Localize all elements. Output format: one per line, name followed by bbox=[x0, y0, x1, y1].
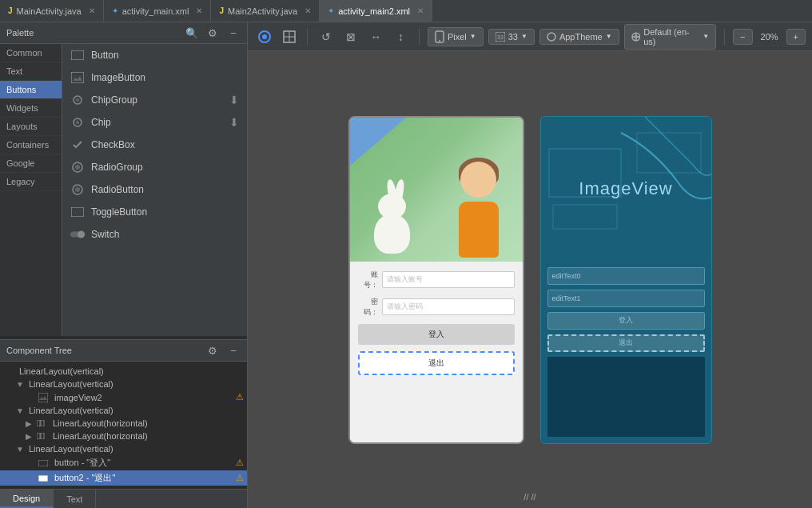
h-align-button[interactable]: ↔ bbox=[366, 26, 386, 47]
palette-search-button[interactable]: 🔍 bbox=[185, 26, 199, 40]
tab-close-icon[interactable]: ✕ bbox=[304, 6, 311, 15]
tree-item-ll-horizontal-2[interactable]: ▶ LinearLayout(horizontal) bbox=[0, 430, 247, 442]
palette-item-toggle-button[interactable]: ToggleButton bbox=[62, 201, 247, 223]
svg-rect-1 bbox=[71, 72, 84, 83]
sidebar-item-containers[interactable]: Containers bbox=[0, 136, 62, 154]
java-icon: J bbox=[219, 6, 224, 15]
tab-text[interactable]: Text bbox=[54, 490, 96, 508]
tab-activity-main2-xml[interactable]: ✦ activity_main2.xml ✕ bbox=[320, 0, 432, 22]
login-button[interactable]: 登入 bbox=[358, 324, 515, 345]
force-refresh-button[interactable]: ↺ bbox=[316, 26, 336, 47]
horizontal-layout-icon bbox=[37, 433, 46, 439]
account-input[interactable]: 请输入账号 bbox=[382, 271, 515, 288]
tree-item-ll-vertical-2[interactable]: ▼ LinearLayout(vertical) bbox=[0, 404, 247, 417]
tree-minimize-button[interactable]: − bbox=[226, 343, 241, 358]
clear-cache-button[interactable]: ⊠ bbox=[340, 26, 360, 47]
girl-illustration bbox=[447, 162, 511, 258]
tree-item-image-view2[interactable]: imageView2 ⚠ bbox=[0, 390, 247, 404]
zoom-out-button[interactable]: − bbox=[733, 29, 752, 45]
locale-label: Default (en-us) bbox=[643, 27, 699, 46]
sidebar-item-text[interactable]: Text bbox=[0, 62, 62, 81]
palette-item-chip-group[interactable]: ChipGroup ⬇ bbox=[62, 89, 247, 111]
download-icon: ⬇ bbox=[229, 94, 239, 106]
sidebar-item-common[interactable]: Common bbox=[0, 44, 62, 62]
image-button-icon bbox=[70, 70, 85, 85]
svg-rect-32 bbox=[553, 205, 617, 229]
horizontal-layout-icon bbox=[37, 420, 46, 426]
palette-item-radio-button[interactable]: RadioButton bbox=[62, 178, 247, 201]
chip-icon bbox=[70, 115, 85, 130]
tree-item-button-login[interactable]: button - "登入" ⚠ bbox=[0, 455, 247, 470]
tab-main-activity-java[interactable]: J MainActivity.java ✕ bbox=[0, 0, 104, 22]
component-tree: Component Tree ⚙ − LinearLayout(vertical… bbox=[0, 339, 247, 489]
zoom-coords: // // bbox=[523, 492, 535, 502]
collapse-icon: ▼ bbox=[16, 445, 24, 454]
toggle-button-icon bbox=[70, 205, 85, 219]
blueprint-mockup: ImageView editText0 editText1 登入 退出 bbox=[540, 116, 712, 444]
sidebar-item-google[interactable]: Google bbox=[0, 154, 62, 173]
svg-rect-33 bbox=[637, 133, 701, 173]
palette-item-image-button[interactable]: ImageButton bbox=[62, 66, 247, 89]
blueprint-view-button[interactable] bbox=[279, 26, 299, 47]
svg-rect-13 bbox=[38, 393, 48, 402]
sidebar-item-buttons[interactable]: Buttons bbox=[0, 81, 62, 99]
device-selector[interactable]: Pixel ▼ bbox=[428, 27, 484, 46]
tab-label: activity_main.xml bbox=[122, 6, 189, 16]
theme-selector[interactable]: AppTheme ▼ bbox=[539, 29, 619, 45]
sidebar-item-layouts[interactable]: Layouts bbox=[0, 118, 62, 136]
tab-activity-main-xml[interactable]: ✦ activity_main.xml ✕ bbox=[104, 0, 212, 22]
palette-item-checkbox[interactable]: CheckBox bbox=[62, 134, 247, 156]
blueprint-login-btn: 登入 bbox=[547, 312, 705, 330]
tree-item-ll-vertical-3[interactable]: ▼ LinearLayout(vertical) bbox=[0, 442, 247, 455]
tree-item-label: LinearLayout(horizontal) bbox=[53, 418, 148, 428]
warning-icon: ⚠ bbox=[236, 473, 244, 483]
chip-group-icon bbox=[70, 93, 85, 107]
logout-button-label: 退出 bbox=[428, 358, 444, 367]
tab-close-icon[interactable]: ✕ bbox=[417, 6, 424, 15]
palette-item-button[interactable]: Button bbox=[62, 44, 247, 66]
chevron-down-icon: ▼ bbox=[606, 33, 612, 40]
palette-item-label: CheckBox bbox=[91, 139, 135, 150]
tree-item-label: button - "登入" bbox=[54, 457, 110, 469]
design-view-button[interactable] bbox=[254, 26, 274, 47]
xml-icon: ✦ bbox=[112, 6, 118, 15]
api-selector[interactable]: 33 33 ▼ bbox=[488, 29, 535, 45]
palette-item-chip[interactable]: Chip ⬇ bbox=[62, 111, 247, 134]
tab-close-icon[interactable]: ✕ bbox=[89, 6, 95, 15]
locale-selector[interactable]: Default (en-us) ▼ bbox=[624, 24, 716, 50]
tree-item-ll-vertical-1[interactable]: ▼ LinearLayout(vertical) bbox=[0, 378, 247, 390]
tree-item-label: button2 - "退出" bbox=[54, 472, 115, 484]
rabbit-head bbox=[378, 194, 406, 219]
palette-item-radio-group[interactable]: RadioGroup bbox=[62, 156, 247, 178]
password-input[interactable]: 请输入密码 bbox=[382, 298, 515, 315]
sidebar-item-widgets[interactable]: Widgets bbox=[0, 99, 62, 118]
girl-head bbox=[460, 162, 496, 198]
v-align-button[interactable]: ↕ bbox=[391, 26, 411, 47]
tab-design[interactable]: Design bbox=[0, 490, 54, 508]
tab-close-icon[interactable]: ✕ bbox=[196, 6, 202, 15]
blueprint-login-label: 登入 bbox=[619, 315, 633, 326]
tree-item-button2-logout[interactable]: button2 - "退出" ⚠ bbox=[0, 470, 247, 486]
logout-button[interactable]: 退出 bbox=[358, 351, 515, 375]
palette-minimize-button[interactable]: − bbox=[226, 26, 241, 40]
theme-label: AppTheme bbox=[559, 32, 603, 42]
palette-settings-button[interactable]: ⚙ bbox=[205, 26, 220, 40]
svg-rect-10 bbox=[71, 207, 84, 217]
svg-rect-18 bbox=[38, 460, 48, 466]
tree-item-ll-horizontal-1[interactable]: ▶ LinearLayout(horizontal) bbox=[0, 417, 247, 430]
palette-item-label: ToggleButton bbox=[91, 206, 147, 218]
svg-point-3 bbox=[76, 98, 79, 102]
bottom-tabs: Design Text bbox=[0, 489, 247, 508]
palette-item-switch[interactable]: Switch bbox=[62, 223, 247, 246]
tab-main2-activity-java[interactable]: J Main2Activity.java ✕ bbox=[211, 0, 320, 22]
tree-settings-button[interactable]: ⚙ bbox=[205, 343, 220, 358]
zoom-in-button[interactable]: + bbox=[786, 29, 806, 45]
palette-item-label: Chip bbox=[91, 117, 111, 128]
rabbit-body bbox=[374, 214, 410, 254]
svg-point-29 bbox=[547, 33, 555, 41]
xml-icon: ✦ bbox=[328, 6, 334, 15]
tree-item-ll-vertical-root[interactable]: LinearLayout(vertical) bbox=[0, 365, 247, 378]
sidebar-item-legacy[interactable]: Legacy bbox=[0, 173, 62, 191]
palette-item-label: ImageButton bbox=[91, 72, 145, 83]
svg-rect-17 bbox=[41, 433, 44, 439]
